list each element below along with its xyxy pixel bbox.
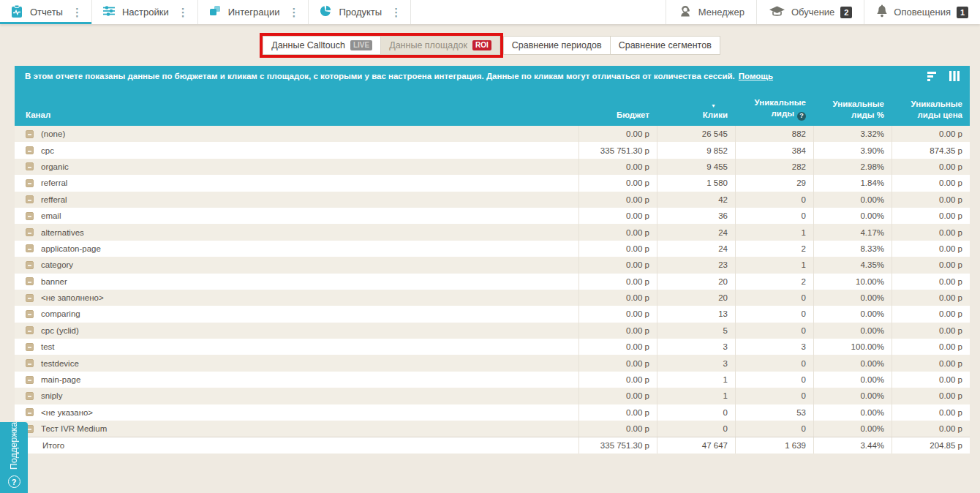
collapse-icon[interactable] — [26, 162, 34, 170]
channel-name: banner — [41, 277, 67, 286]
kebab-menu-icon[interactable]: ⋮ — [176, 5, 190, 19]
table-row[interactable]: cpc (yclid) 0.00 р 5 0 0.00% 0.00 р — [15, 323, 970, 339]
collapse-icon[interactable] — [26, 343, 34, 351]
table-row[interactable]: Тест IVR Medium 0.00 р 0 0 0.00% 0.00 р — [15, 421, 970, 437]
integrations-icon — [208, 4, 222, 20]
channel-name: sniply — [41, 391, 62, 400]
table-row[interactable]: <не заполнено> 0.00 р 20 0 0.00% 0.00 р — [15, 290, 970, 306]
table-row[interactable]: testdevice 0.00 р 3 0 0.00% 0.00 р — [15, 355, 970, 371]
table-row[interactable]: comparing 0.00 р 13 0 0.00% 0.00 р — [15, 306, 970, 322]
settings-icon — [102, 4, 116, 20]
data-calltouch-button[interactable]: Данные Calltouch LIVE — [263, 36, 381, 55]
clicks-cell: 23 — [657, 257, 735, 273]
column-header-unique-leads-pct[interactable]: Уникальные лиды % — [813, 99, 892, 126]
collapse-icon[interactable] — [26, 408, 34, 416]
clicks-cell: 0 — [657, 404, 735, 421]
tab-label: Настройки — [122, 7, 169, 18]
leads-cost-cell: 0.00 р — [892, 274, 970, 290]
support-label: Поддержка — [9, 422, 19, 470]
leads-cell: 882 — [735, 126, 813, 142]
leads-cost-cell: 0.00 р — [892, 257, 970, 273]
table-row[interactable]: email 0.00 р 36 0 0.00% 0.00 р — [15, 208, 970, 224]
tab-integrations[interactable]: Интеграции ⋮ — [198, 0, 309, 24]
tab-reports[interactable]: Отчеты ⋮ — [0, 0, 92, 24]
budget-cell: 0.00 р — [578, 388, 657, 404]
table-body: (none) 0.00 р 26 545 882 3.32% 0.00 р cp… — [15, 126, 970, 437]
table-row[interactable]: cpc 335 751.30 р 9 852 384 3.90% 874.35 … — [15, 142, 970, 158]
help-link[interactable]: Помощь — [739, 72, 773, 80]
collapse-icon[interactable] — [26, 130, 34, 138]
totals-row: Итого 335 751.30 р 47 647 1 639 3.44% 20… — [15, 437, 970, 454]
table-row[interactable]: alternatives 0.00 р 24 1 4.17% 0.00 р — [15, 224, 970, 240]
filter-icon[interactable] — [927, 72, 938, 81]
table-row[interactable]: organic 0.00 р 9 455 282 2.98% 0.00 р — [15, 159, 970, 175]
button-label: Данные Calltouch — [271, 40, 345, 50]
info-bar: В этом отчете показаны данные по бюджета… — [15, 66, 970, 86]
collapse-icon[interactable] — [26, 392, 34, 400]
table-row[interactable]: banner 0.00 р 20 2 10.00% 0.00 р — [15, 274, 970, 290]
table-row[interactable]: category 0.00 р 23 1 4.35% 0.00 р — [15, 257, 970, 273]
leads-pct-cell: 4.17% — [813, 224, 892, 240]
channel-name: <не указано> — [41, 408, 93, 417]
table-row[interactable]: applicaton-page 0.00 р 24 2 8.33% 0.00 р — [15, 241, 970, 257]
collapse-icon[interactable] — [26, 244, 34, 252]
collapse-icon[interactable] — [26, 277, 34, 285]
support-tab[interactable]: Поддержка ? — [0, 422, 28, 493]
column-header-unique-leads-cost[interactable]: Уникальные лиды цена — [892, 99, 970, 126]
budget-cell: 0.00 р — [578, 241, 657, 257]
education-menu-item[interactable]: Обучение 2 — [756, 0, 864, 24]
channel-name: <не заполнено> — [41, 293, 104, 302]
leads-cost-cell: 874.35 р — [892, 142, 970, 158]
table-row[interactable]: <не указано> 0.00 р 0 53 0.00% 0.00 р — [15, 404, 970, 421]
collapse-icon[interactable] — [26, 294, 34, 302]
compare-periods-button[interactable]: Сравнение периодов — [503, 36, 611, 55]
budget-cell: 335 751.30 р — [578, 142, 657, 158]
leads-cost-cell: 0.00 р — [892, 159, 970, 175]
collapse-icon[interactable] — [26, 195, 34, 203]
collapse-icon[interactable] — [26, 228, 34, 236]
collapse-icon[interactable] — [26, 179, 34, 187]
help-tooltip-icon[interactable]: ? — [797, 112, 806, 121]
collapse-icon[interactable] — [26, 212, 34, 220]
leads-pct-cell: 0.00% — [813, 404, 892, 421]
table-row[interactable]: referral 0.00 р 1 580 29 1.84% 0.00 р — [15, 175, 970, 191]
tab-products[interactable]: Продукты ⋮ — [309, 0, 411, 24]
channel-name: testdevice — [41, 359, 79, 368]
table-row[interactable]: refferal 0.00 р 42 0 0.00% 0.00 р — [15, 192, 970, 208]
collapse-icon[interactable] — [26, 261, 34, 269]
columns-icon[interactable] — [949, 71, 960, 81]
kebab-menu-icon[interactable]: ⋮ — [70, 5, 84, 19]
leads-cell: 0 — [735, 306, 813, 322]
clicks-cell: 20 — [657, 274, 735, 290]
tab-settings[interactable]: Настройки ⋮ — [92, 0, 198, 24]
collapse-icon[interactable] — [26, 326, 34, 334]
table-row[interactable]: main-page 0.00 р 1 0 0.00% 0.00 р — [15, 372, 970, 388]
table-row[interactable]: sniply 0.00 р 1 0 0.00% 0.00 р — [15, 388, 970, 404]
compare-segments-button[interactable]: Сравнение сегментов — [610, 36, 720, 55]
collapse-icon[interactable] — [26, 310, 34, 318]
budget-cell: 0.00 р — [578, 192, 657, 208]
manager-menu-item[interactable]: Менеджер — [666, 0, 756, 24]
table-row[interactable]: test 0.00 р 3 3 100.00% 0.00 р — [15, 339, 970, 355]
column-header-budget[interactable]: Бюджет — [578, 110, 657, 126]
leads-pct-cell: 0.00% — [813, 372, 892, 388]
channel-name: organic — [41, 162, 69, 171]
table-row[interactable]: (none) 0.00 р 26 545 882 3.32% 0.00 р — [15, 126, 970, 142]
kebab-menu-icon[interactable]: ⋮ — [287, 5, 301, 19]
top-nav: Отчеты ⋮ Настройки ⋮ Интеграции ⋮ Продук… — [0, 0, 980, 24]
column-header-channel[interactable]: Канал — [15, 110, 578, 126]
data-platforms-button[interactable]: Данные площадок ROI — [380, 36, 500, 55]
collapse-icon[interactable] — [26, 146, 34, 154]
column-header-unique-leads[interactable]: Уникальные лиды? — [735, 97, 813, 126]
kebab-menu-icon[interactable]: ⋮ — [389, 5, 403, 19]
button-label: Сравнение сегментов — [619, 40, 712, 50]
collapse-icon[interactable] — [26, 376, 34, 384]
annotation-highlight-box: Данные Calltouch LIVE Данные площадок RO… — [260, 33, 503, 58]
notifications-menu-item[interactable]: Оповещения 1 — [864, 0, 980, 24]
leads-cost-cell: 0.00 р — [892, 306, 970, 322]
column-header-clicks[interactable]: ▼ Клики — [657, 103, 735, 126]
budget-cell: 0.00 р — [578, 257, 657, 273]
channel-name: main-page — [41, 375, 80, 384]
clicks-cell: 3 — [657, 355, 735, 371]
collapse-icon[interactable] — [26, 359, 34, 367]
